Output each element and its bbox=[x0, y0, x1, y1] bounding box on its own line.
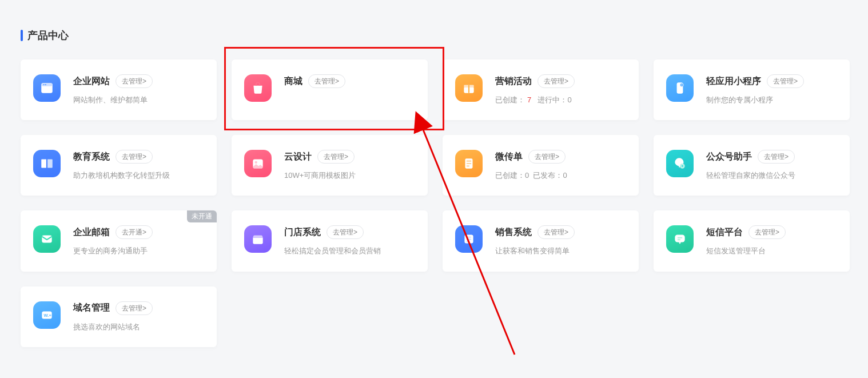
card-desc: 已创建：0 已发布：0 bbox=[495, 170, 626, 181]
card-title: 门店系统 bbox=[284, 226, 321, 238]
window-icon bbox=[33, 74, 61, 102]
card-store[interactable]: 门店系统 去管理> 轻松搞定会员管理和会员营销 bbox=[232, 210, 428, 271]
svg-rect-23 bbox=[678, 237, 683, 238]
message-icon bbox=[666, 225, 694, 253]
gift-icon bbox=[455, 74, 483, 102]
card-desc: 更专业的商务沟通助手 bbox=[73, 246, 204, 256]
manage-button[interactable]: 去管理> bbox=[308, 74, 345, 88]
card-desc: 已创建：7 进行中：0 bbox=[495, 95, 626, 105]
card-title: 企业邮箱 bbox=[73, 226, 110, 238]
manage-button[interactable]: 去管理> bbox=[116, 150, 153, 164]
not-open-tag: 未开通 bbox=[187, 210, 217, 222]
svg-point-3 bbox=[45, 84, 46, 85]
svg-text:W.≡: W.≡ bbox=[44, 313, 52, 318]
domain-icon: W.≡ bbox=[33, 301, 61, 329]
section-title-text: 产品中心 bbox=[27, 29, 69, 42]
svg-rect-19 bbox=[467, 237, 472, 238]
svg-rect-13 bbox=[467, 163, 472, 164]
svg-rect-1 bbox=[41, 83, 53, 86]
card-title: 教育系统 bbox=[73, 151, 110, 163]
card-desc: 网站制作、维护都简单 bbox=[73, 95, 204, 105]
book-icon bbox=[33, 150, 61, 177]
manage-button[interactable]: 去管理> bbox=[327, 225, 364, 239]
store-icon bbox=[244, 225, 272, 253]
product-grid: 企业网站 去管理> 网站制作、维护都简单 商城 去管理> bbox=[21, 59, 850, 347]
card-enterprise-mail[interactable]: 未开通 企业邮箱 去开通> 更专业的商务沟通助手 bbox=[21, 210, 217, 271]
card-miniapp[interactable]: 轻应用小程序 去管理> 制作您的专属小程序 bbox=[654, 59, 850, 120]
card-title: 公众号助手 bbox=[706, 151, 752, 163]
bag-icon bbox=[244, 74, 272, 102]
card-domain[interactable]: W.≡ 域名管理 去管理> 挑选喜欢的网站域名 bbox=[21, 287, 217, 347]
svg-rect-14 bbox=[467, 165, 469, 166]
manage-button[interactable]: 去管理> bbox=[748, 225, 786, 239]
chat-gear-icon bbox=[666, 150, 694, 177]
card-desc: 10W+可商用模板图片 bbox=[284, 170, 415, 181]
flyer-icon bbox=[455, 150, 483, 177]
svg-rect-22 bbox=[675, 235, 684, 242]
card-enterprise-site[interactable]: 企业网站 去管理> 网站制作、维护都简单 bbox=[21, 59, 217, 120]
image-icon bbox=[244, 150, 272, 177]
svg-rect-12 bbox=[467, 161, 472, 162]
card-title: 企业网站 bbox=[73, 75, 110, 87]
card-desc: 短信发送管理平台 bbox=[706, 246, 837, 256]
card-desc: 让获客和销售变得简单 bbox=[495, 246, 626, 256]
card-sms[interactable]: 短信平台 去管理> 短信发送管理平台 bbox=[654, 210, 850, 271]
card-marketing[interactable]: 营销活动 去管理> 已创建：7 进行中：0 bbox=[443, 59, 639, 120]
card-title: 销售系统 bbox=[495, 226, 532, 238]
manage-button[interactable]: 去管理> bbox=[317, 150, 355, 164]
section-title: 产品中心 bbox=[21, 29, 850, 42]
card-title: 营销活动 bbox=[495, 75, 532, 87]
card-title: 云设计 bbox=[284, 151, 312, 163]
svg-rect-21 bbox=[467, 241, 469, 242]
card-title: 短信平台 bbox=[706, 226, 743, 238]
card-cloud-design[interactable]: 云设计 去管理> 10W+可商用模板图片 bbox=[232, 135, 428, 196]
svg-point-2 bbox=[43, 84, 45, 85]
card-desc: 挑选喜欢的网站域名 bbox=[73, 322, 204, 332]
card-desc: 制作您的专属小程序 bbox=[706, 95, 837, 105]
card-desc: 助力教培机构数字化转型升级 bbox=[73, 170, 204, 181]
svg-point-16 bbox=[682, 165, 683, 167]
card-flyer[interactable]: 微传单 去管理> 已创建：0 已发布：0 bbox=[443, 135, 639, 196]
list-icon bbox=[455, 225, 483, 253]
card-desc: 轻松搞定会员管理和会员营销 bbox=[284, 246, 415, 256]
svg-point-10 bbox=[255, 161, 257, 164]
manage-button[interactable]: 去管理> bbox=[528, 150, 566, 164]
open-button[interactable]: 去开通> bbox=[116, 225, 153, 239]
card-title: 域名管理 bbox=[73, 302, 110, 314]
phone-icon bbox=[666, 74, 694, 102]
svg-rect-6 bbox=[468, 85, 469, 93]
card-mall[interactable]: 商城 去管理> bbox=[232, 59, 428, 120]
card-sales[interactable]: 销售系统 去管理> 让获客和销售变得简单 bbox=[443, 210, 639, 271]
card-title: 微传单 bbox=[495, 151, 523, 163]
card-title: 商城 bbox=[284, 75, 302, 87]
svg-rect-20 bbox=[467, 239, 472, 240]
manage-button[interactable]: 去管理> bbox=[767, 74, 804, 88]
manage-button[interactable]: 去管理> bbox=[537, 225, 575, 239]
manage-button[interactable]: 去管理> bbox=[116, 74, 153, 88]
manage-button[interactable]: 去管理> bbox=[116, 301, 153, 315]
card-education[interactable]: 教育系统 去管理> 助力教培机构数字化转型升级 bbox=[21, 135, 217, 196]
manage-button[interactable]: 去管理> bbox=[758, 150, 795, 164]
manage-button[interactable]: 去管理> bbox=[537, 74, 575, 88]
svg-rect-24 bbox=[678, 240, 680, 241]
card-title: 轻应用小程序 bbox=[706, 75, 761, 87]
section-title-bar bbox=[21, 30, 23, 41]
mail-icon bbox=[33, 225, 61, 253]
card-desc: 轻松管理自家的微信公众号 bbox=[706, 170, 837, 181]
card-wechat-assistant[interactable]: 公众号助手 去管理> 轻松管理自家的微信公众号 bbox=[654, 135, 850, 196]
